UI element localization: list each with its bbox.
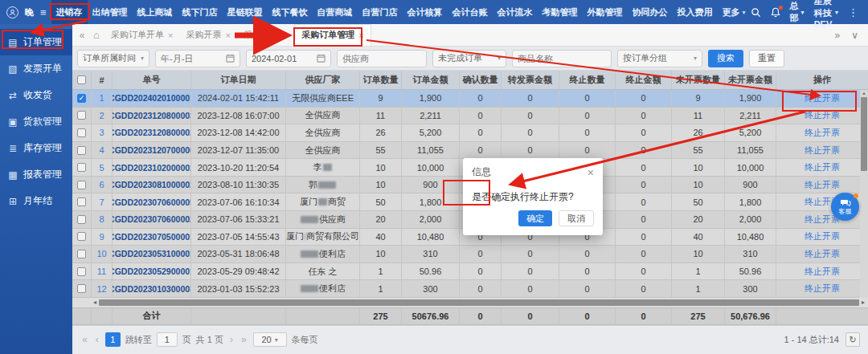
next-page-icon[interactable]: ›	[228, 334, 235, 345]
tabs-dropdown-icon[interactable]: ∨	[851, 30, 858, 41]
nav-item-field-work[interactable]: 外勤管理	[583, 0, 628, 24]
vertical-scrollbar[interactable]: ▲	[860, 90, 868, 298]
nav-item-account-flow[interactable]: 会计流水	[493, 0, 538, 24]
bell-icon[interactable]	[771, 7, 780, 18]
close-icon[interactable]: ×	[225, 31, 230, 40]
row-checkbox[interactable]: ✓	[77, 94, 86, 103]
sidebar-item-payment-mgmt[interactable]: ▣货款管理	[0, 108, 72, 135]
stop-invoicing-link[interactable]: 终止开票	[776, 177, 868, 193]
date-end-field[interactable]	[252, 54, 313, 63]
stop-invoicing-link[interactable]: 终止开票	[776, 90, 868, 107]
order-number-link[interactable]: CGDD2023010300003	[113, 280, 191, 297]
nav-item-collaboration[interactable]: 协同办公	[628, 0, 673, 24]
order-number-link[interactable]: CGDD2023070600005	[113, 193, 191, 210]
sidebar-item-order-mgmt[interactable]: ▤订单管理	[0, 29, 72, 55]
table-row[interactable]: 2CGDD20231208000032023-12-08 16:07:00全供应…	[72, 108, 868, 125]
nav-item-self-mall[interactable]: 自营商城	[313, 0, 358, 24]
tab-purchase-invoicing[interactable]: 采购开票×	[179, 24, 236, 46]
row-checkbox[interactable]	[77, 181, 86, 189]
row-checkbox[interactable]	[77, 215, 86, 224]
scroll-left-icon[interactable]: ◂	[93, 299, 96, 306]
nav-item-investment[interactable]: 投入费用	[673, 0, 718, 24]
tab-purchase-order-mgmt[interactable]: 采购订单管理×	[294, 24, 371, 46]
prev-page-icon[interactable]: ‹	[94, 334, 100, 345]
last-page-icon[interactable]: »	[240, 334, 248, 345]
row-checkbox[interactable]	[77, 232, 86, 241]
table-row[interactable]: 11CGDD20230529000012023-05-29 09:48:42任东…	[72, 263, 868, 281]
cancel-button[interactable]: 取消	[559, 210, 594, 226]
order-time-field-select[interactable]: 订单所属时间 ▾	[77, 50, 149, 67]
order-number-link[interactable]: CGDD2023053100001	[113, 246, 191, 262]
stop-invoicing-link[interactable]: 终止开票	[776, 280, 868, 297]
home-icon[interactable]: ⌂	[88, 29, 104, 41]
close-icon[interactable]: ×	[283, 31, 288, 40]
select-all-checkbox[interactable]	[77, 75, 86, 84]
tab-purchase-order-billing[interactable]: 采购订单开单×	[104, 24, 179, 46]
first-page-icon[interactable]: «	[80, 334, 89, 345]
order-number-link[interactable]: CGDD2023081000002	[113, 177, 191, 193]
row-checkbox[interactable]	[77, 197, 86, 206]
more-vertical-icon[interactable]: ⋮	[848, 6, 858, 18]
close-icon[interactable]: ×	[358, 31, 363, 40]
row-checkbox[interactable]	[77, 146, 86, 155]
vertical-scroll-thumb[interactable]	[861, 97, 867, 171]
stop-invoicing-link[interactable]: 终止开票	[776, 263, 868, 280]
table-row[interactable]: 4CGDD20231207000062023-12-07 11:35:00全供应…	[72, 142, 868, 160]
close-icon[interactable]: ×	[588, 167, 594, 178]
close-icon[interactable]: ×	[168, 31, 173, 40]
horizontal-scrollbar[interactable]: ◂ ▸	[72, 298, 868, 307]
tabs-overflow-icon[interactable]: »	[835, 30, 841, 41]
product-name-input[interactable]	[512, 50, 612, 67]
order-number-link[interactable]: CGDD2023120700006	[113, 142, 191, 159]
row-checkbox[interactable]	[77, 250, 86, 258]
nav-item-offline-dining[interactable]: 线下餐饮	[268, 0, 313, 24]
sidebar-item-invoice-billing[interactable]: ▧发票开单	[0, 55, 72, 82]
nav-item-starlink-alliance[interactable]: 星链联盟	[223, 0, 268, 24]
jump-page-input[interactable]	[157, 332, 178, 347]
search-button[interactable]: 搜索	[708, 50, 743, 67]
table-row[interactable]: 12CGDD20230103000032023-01-03 15:52:23便利…	[72, 280, 868, 298]
nav-item-offline-store[interactable]: 线下门店	[178, 0, 223, 24]
stop-invoicing-link[interactable]: 终止开票	[776, 108, 868, 124]
row-checkbox[interactable]	[77, 111, 86, 120]
stop-invoicing-link[interactable]: 终止开票	[776, 229, 868, 246]
hamburger-icon[interactable]: ≡	[40, 6, 47, 18]
org-switcher[interactable]: 总部 ▾	[790, 0, 805, 24]
row-checkbox[interactable]	[77, 163, 86, 172]
group-by-select[interactable]: 按订单分组 ▾	[617, 50, 702, 67]
table-row[interactable]: 10CGDD20230531000012023-05-31 18:06:48便利…	[72, 246, 868, 263]
date-end-input[interactable]	[246, 50, 331, 67]
table-row[interactable]: 3CGDD20231208000022023-12-08 14:42:00全供应…	[72, 124, 868, 142]
current-page-button[interactable]: 1	[105, 332, 121, 347]
row-checkbox[interactable]	[77, 128, 86, 137]
scroll-right-icon[interactable]: ▸	[862, 299, 865, 306]
supplier-field[interactable]	[342, 54, 421, 63]
order-number-link[interactable]: CGDD2024020100001	[113, 90, 191, 107]
tenant-switcher[interactable]: 星辰科技DEV ▾	[814, 0, 838, 29]
order-number-link[interactable]: CGDD2023070600002	[113, 211, 191, 228]
stop-invoicing-link[interactable]: 终止开票	[776, 124, 868, 141]
sidebar-item-report-mgmt[interactable]: ▦报表管理	[0, 161, 72, 188]
nav-item-psi[interactable]: 进销存	[51, 0, 88, 24]
horizontal-scroll-thumb[interactable]	[99, 299, 859, 306]
date-start-field[interactable]	[161, 54, 223, 63]
order-number-link[interactable]: CGDD2023102000002	[113, 159, 191, 176]
confirm-button[interactable]: 确定	[518, 210, 552, 226]
supplier-input[interactable]	[337, 50, 427, 67]
row-checkbox[interactable]	[77, 284, 86, 293]
nav-item-attendance[interactable]: 考勤管理	[538, 0, 583, 24]
scroll-up-icon[interactable]: ▲	[862, 90, 866, 96]
row-checkbox[interactable]	[77, 267, 86, 276]
avatar-icon[interactable]	[6, 6, 18, 18]
sidebar-item-shipping[interactable]: ⇄收发货	[0, 82, 72, 108]
product-name-field[interactable]	[518, 54, 606, 63]
stop-invoicing-link[interactable]: 终止开票	[776, 246, 868, 262]
order-number-link[interactable]: CGDD2023120800003	[113, 108, 191, 124]
page-size-select[interactable]: 20 ▾	[253, 332, 287, 347]
nav-item-online-mall[interactable]: 线上商城	[133, 0, 178, 24]
order-number-link[interactable]: CGDD2023120800002	[113, 124, 191, 141]
order-status-select[interactable]: 未完成订单 ▾	[432, 50, 506, 67]
order-number-link[interactable]: CGDD2023070500001	[113, 229, 191, 246]
nav-item-self-store[interactable]: 自营门店	[358, 0, 403, 24]
nav-item-cashier[interactable]: 出纳管理	[88, 0, 133, 24]
